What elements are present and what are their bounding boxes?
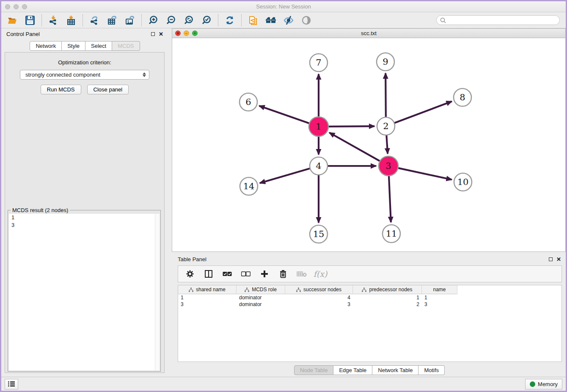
- graph-node-10[interactable]: 10: [454, 173, 472, 191]
- table-row[interactable]: 1dominator411: [178, 294, 561, 301]
- first-neighbors-icon[interactable]: [265, 14, 277, 26]
- memory-status-icon: [530, 381, 535, 387]
- graph-node-3[interactable]: 3: [379, 156, 398, 176]
- edge-3-11[interactable]: [389, 175, 391, 222]
- tab-network-table[interactable]: Network Table: [372, 365, 418, 375]
- delete-column-icon[interactable]: [278, 269, 288, 279]
- select-all-columns-icon[interactable]: [222, 269, 232, 279]
- node-label: 1: [316, 121, 321, 132]
- duplicate-network-icon[interactable]: [247, 14, 259, 26]
- graph-node-9[interactable]: 9: [377, 53, 394, 71]
- graph-node-7[interactable]: 7: [310, 54, 328, 72]
- table-cell[interactable]: dominator: [237, 295, 285, 301]
- column-header-MCDS-role[interactable]: MCDS role: [237, 285, 285, 294]
- task-list-icon: [8, 381, 15, 387]
- create-column-icon[interactable]: [259, 269, 270, 279]
- edge-4-14[interactable]: [260, 168, 311, 183]
- graph-node-2[interactable]: 2: [377, 117, 395, 135]
- tab-style[interactable]: Style: [62, 41, 85, 51]
- table-cell[interactable]: dominator: [237, 301, 285, 307]
- save-session-icon[interactable]: [24, 14, 36, 26]
- export-image-icon[interactable]: [124, 14, 136, 26]
- show-column-pane-icon[interactable]: [204, 269, 214, 279]
- edge-2-8[interactable]: [394, 101, 452, 123]
- export-table-icon[interactable]: [106, 14, 118, 26]
- table-cell[interactable]: 3: [285, 301, 353, 307]
- show-graphics-details-icon[interactable]: [283, 14, 295, 26]
- table-cell[interactable]: 3: [178, 301, 237, 307]
- node-table[interactable]: shared nameMCDS rolesuccessor nodesprede…: [178, 285, 562, 362]
- graph-node-6[interactable]: 6: [239, 93, 257, 111]
- network-canvas[interactable]: 7968124314101511: [172, 38, 565, 251]
- node-label: 3: [385, 161, 391, 171]
- node-label: 11: [386, 229, 397, 239]
- edge-3-10[interactable]: [398, 168, 452, 180]
- tab-network[interactable]: Network: [30, 41, 62, 51]
- close-panel-icon[interactable]: ✕: [159, 32, 163, 36]
- table-cell[interactable]: 2: [353, 301, 422, 307]
- run-mcds-button[interactable]: Run MCDS: [41, 85, 81, 94]
- float-panel-icon[interactable]: [151, 32, 155, 36]
- node-label: 14: [243, 181, 255, 191]
- graph-node-4[interactable]: 4: [310, 157, 328, 175]
- network-window-titlebar[interactable]: ✕ − + scc.txt: [172, 29, 565, 38]
- export-network-icon[interactable]: [88, 14, 100, 26]
- import-table-icon[interactable]: [65, 14, 77, 26]
- search-input[interactable]: [436, 15, 560, 25]
- column-header-shared-name[interactable]: shared name: [178, 285, 237, 294]
- table-cell[interactable]: 1: [353, 295, 422, 301]
- graph-node-1[interactable]: 1: [309, 117, 328, 136]
- list-scrollbar[interactable]: [155, 214, 160, 370]
- table-row[interactable]: 3dominator323: [178, 301, 561, 308]
- close-table-panel-icon[interactable]: ✕: [556, 257, 561, 261]
- close-panel-button[interactable]: Close panel: [87, 85, 129, 94]
- graph-node-14[interactable]: 14: [240, 177, 258, 195]
- mcds-result-item[interactable]: 3: [9, 221, 160, 229]
- table-settings-gear-icon[interactable]: [185, 269, 195, 279]
- table-cell[interactable]: 3: [422, 301, 457, 307]
- table-cell[interactable]: 4: [285, 295, 353, 301]
- edge-2-3[interactable]: [386, 135, 388, 154]
- zoom-out-icon[interactable]: [165, 14, 177, 26]
- node-label: 10: [457, 177, 469, 187]
- import-network-icon[interactable]: [47, 14, 59, 26]
- mcds-result-title: MCDS result (2 nodes): [11, 207, 70, 213]
- graph-svg[interactable]: 7968124314101511: [172, 38, 565, 251]
- graph-node-8[interactable]: 8: [454, 88, 471, 106]
- column-type-icon: [189, 287, 193, 292]
- open-file-icon[interactable]: [6, 14, 18, 26]
- tab-node-table[interactable]: Node Table: [294, 365, 334, 375]
- status-bar: Memory: [1, 377, 566, 391]
- tab-motifs[interactable]: Motifs: [418, 365, 445, 375]
- graph-node-11[interactable]: 11: [383, 225, 400, 243]
- float-table-panel-icon[interactable]: [549, 257, 553, 261]
- edge-1-6[interactable]: [259, 106, 310, 124]
- unselect-all-columns-icon[interactable]: [241, 269, 251, 279]
- memory-button[interactable]: Memory: [525, 379, 562, 389]
- column-type-icon: [296, 287, 301, 292]
- zoom-in-icon[interactable]: [147, 14, 159, 26]
- tab-mcds[interactable]: MCDS: [112, 41, 140, 51]
- column-header-name[interactable]: name: [422, 285, 457, 294]
- graph-node-15[interactable]: 15: [310, 225, 328, 243]
- tab-edge-table[interactable]: Edge Table: [333, 365, 372, 375]
- table-header-row: shared nameMCDS rolesuccessor nodesprede…: [178, 285, 561, 294]
- refresh-icon[interactable]: [224, 14, 236, 26]
- tab-select[interactable]: Select: [85, 41, 112, 51]
- edge-1-2[interactable]: [328, 126, 374, 127]
- task-history-button[interactable]: [5, 379, 18, 389]
- optimization-criterion-select[interactable]: strongly connected component: [20, 70, 149, 80]
- mcds-result-item[interactable]: 1: [9, 214, 160, 221]
- edge-3-1[interactable]: [329, 133, 380, 161]
- app-titlebar: Session: New Session: [1, 1, 566, 12]
- edge-2-9[interactable]: [385, 73, 386, 118]
- table-cell[interactable]: 1: [178, 295, 237, 301]
- mcds-result-list[interactable]: 13: [9, 214, 160, 370]
- column-header-successor-nodes[interactable]: successor nodes: [285, 285, 353, 294]
- delete-table-icon: [297, 269, 307, 279]
- network-window-title: scc.txt: [172, 30, 565, 36]
- column-header-predecessor-nodes[interactable]: predecessor nodes: [353, 285, 422, 294]
- table-cell[interactable]: 1: [422, 295, 457, 301]
- zoom-selected-icon[interactable]: [201, 14, 212, 26]
- zoom-fit-icon[interactable]: [183, 14, 195, 26]
